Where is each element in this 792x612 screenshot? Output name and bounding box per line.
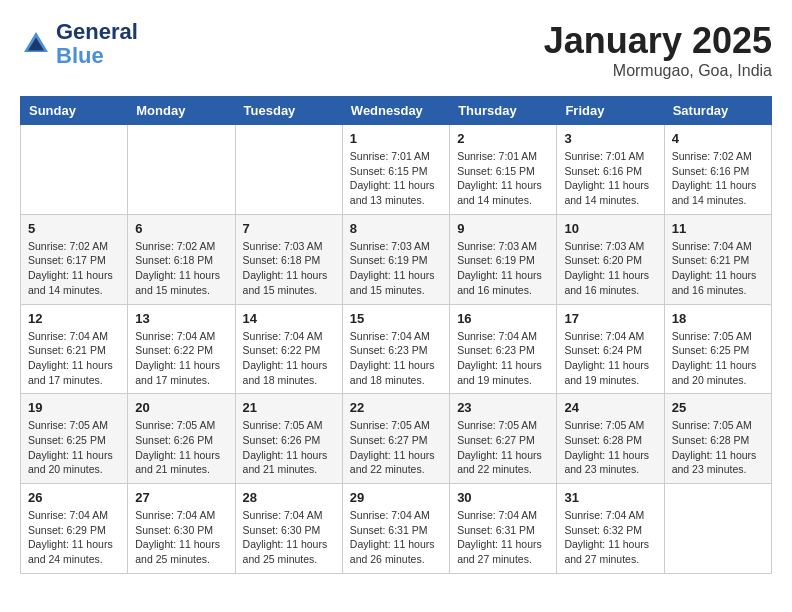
day-number: 31 [564,490,656,505]
day-number: 2 [457,131,549,146]
day-info: Sunrise: 7:03 AM Sunset: 6:19 PM Dayligh… [457,239,549,298]
day-info: Sunrise: 7:03 AM Sunset: 6:20 PM Dayligh… [564,239,656,298]
calendar-cell: 14Sunrise: 7:04 AM Sunset: 6:22 PM Dayli… [235,304,342,394]
calendar-cell: 6Sunrise: 7:02 AM Sunset: 6:18 PM Daylig… [128,214,235,304]
day-number: 10 [564,221,656,236]
calendar-cell: 26Sunrise: 7:04 AM Sunset: 6:29 PM Dayli… [21,484,128,574]
calendar-cell: 13Sunrise: 7:04 AM Sunset: 6:22 PM Dayli… [128,304,235,394]
calendar-cell: 27Sunrise: 7:04 AM Sunset: 6:30 PM Dayli… [128,484,235,574]
day-number: 23 [457,400,549,415]
day-info: Sunrise: 7:04 AM Sunset: 6:22 PM Dayligh… [243,329,335,388]
calendar-cell: 28Sunrise: 7:04 AM Sunset: 6:30 PM Dayli… [235,484,342,574]
calendar-cell: 3Sunrise: 7:01 AM Sunset: 6:16 PM Daylig… [557,125,664,215]
day-number: 6 [135,221,227,236]
day-info: Sunrise: 7:02 AM Sunset: 6:18 PM Dayligh… [135,239,227,298]
day-info: Sunrise: 7:05 AM Sunset: 6:26 PM Dayligh… [243,418,335,477]
day-info: Sunrise: 7:03 AM Sunset: 6:18 PM Dayligh… [243,239,335,298]
page-header: General Blue January 2025 Mormugao, Goa,… [20,20,772,80]
day-info: Sunrise: 7:04 AM Sunset: 6:30 PM Dayligh… [243,508,335,567]
calendar-cell: 4Sunrise: 7:02 AM Sunset: 6:16 PM Daylig… [664,125,771,215]
calendar-cell: 31Sunrise: 7:04 AM Sunset: 6:32 PM Dayli… [557,484,664,574]
day-info: Sunrise: 7:02 AM Sunset: 6:17 PM Dayligh… [28,239,120,298]
day-info: Sunrise: 7:04 AM Sunset: 6:29 PM Dayligh… [28,508,120,567]
day-number: 16 [457,311,549,326]
week-row-5: 26Sunrise: 7:04 AM Sunset: 6:29 PM Dayli… [21,484,772,574]
day-number: 14 [243,311,335,326]
day-number: 29 [350,490,442,505]
day-info: Sunrise: 7:05 AM Sunset: 6:28 PM Dayligh… [672,418,764,477]
day-number: 25 [672,400,764,415]
day-number: 13 [135,311,227,326]
day-number: 8 [350,221,442,236]
weekday-header-tuesday: Tuesday [235,97,342,125]
calendar-cell: 2Sunrise: 7:01 AM Sunset: 6:15 PM Daylig… [450,125,557,215]
day-info: Sunrise: 7:05 AM Sunset: 6:27 PM Dayligh… [457,418,549,477]
day-number: 24 [564,400,656,415]
day-info: Sunrise: 7:04 AM Sunset: 6:22 PM Dayligh… [135,329,227,388]
day-number: 27 [135,490,227,505]
week-row-2: 5Sunrise: 7:02 AM Sunset: 6:17 PM Daylig… [21,214,772,304]
day-number: 15 [350,311,442,326]
day-number: 5 [28,221,120,236]
logo: General Blue [20,20,138,68]
day-info: Sunrise: 7:04 AM Sunset: 6:32 PM Dayligh… [564,508,656,567]
calendar-cell [21,125,128,215]
calendar-cell: 1Sunrise: 7:01 AM Sunset: 6:15 PM Daylig… [342,125,449,215]
day-number: 9 [457,221,549,236]
calendar-cell: 24Sunrise: 7:05 AM Sunset: 6:28 PM Dayli… [557,394,664,484]
day-info: Sunrise: 7:04 AM Sunset: 6:23 PM Dayligh… [350,329,442,388]
calendar-cell: 5Sunrise: 7:02 AM Sunset: 6:17 PM Daylig… [21,214,128,304]
week-row-1: 1Sunrise: 7:01 AM Sunset: 6:15 PM Daylig… [21,125,772,215]
calendar-cell: 9Sunrise: 7:03 AM Sunset: 6:19 PM Daylig… [450,214,557,304]
calendar-cell: 16Sunrise: 7:04 AM Sunset: 6:23 PM Dayli… [450,304,557,394]
calendar-cell [128,125,235,215]
day-info: Sunrise: 7:04 AM Sunset: 6:21 PM Dayligh… [672,239,764,298]
month-title: January 2025 [544,20,772,62]
day-number: 3 [564,131,656,146]
week-row-4: 19Sunrise: 7:05 AM Sunset: 6:25 PM Dayli… [21,394,772,484]
day-info: Sunrise: 7:01 AM Sunset: 6:15 PM Dayligh… [457,149,549,208]
calendar-cell: 15Sunrise: 7:04 AM Sunset: 6:23 PM Dayli… [342,304,449,394]
calendar-cell: 29Sunrise: 7:04 AM Sunset: 6:31 PM Dayli… [342,484,449,574]
day-info: Sunrise: 7:04 AM Sunset: 6:24 PM Dayligh… [564,329,656,388]
day-number: 11 [672,221,764,236]
day-info: Sunrise: 7:01 AM Sunset: 6:16 PM Dayligh… [564,149,656,208]
day-number: 12 [28,311,120,326]
day-number: 22 [350,400,442,415]
day-info: Sunrise: 7:04 AM Sunset: 6:23 PM Dayligh… [457,329,549,388]
day-number: 30 [457,490,549,505]
location: Mormugao, Goa, India [544,62,772,80]
logo-icon [20,28,52,60]
weekday-header-monday: Monday [128,97,235,125]
calendar-cell: 30Sunrise: 7:04 AM Sunset: 6:31 PM Dayli… [450,484,557,574]
day-number: 28 [243,490,335,505]
day-number: 7 [243,221,335,236]
day-number: 20 [135,400,227,415]
calendar-cell: 17Sunrise: 7:04 AM Sunset: 6:24 PM Dayli… [557,304,664,394]
weekday-header-wednesday: Wednesday [342,97,449,125]
day-number: 1 [350,131,442,146]
calendar-cell: 23Sunrise: 7:05 AM Sunset: 6:27 PM Dayli… [450,394,557,484]
day-number: 19 [28,400,120,415]
day-number: 18 [672,311,764,326]
weekday-header-saturday: Saturday [664,97,771,125]
weekday-header-sunday: Sunday [21,97,128,125]
day-info: Sunrise: 7:04 AM Sunset: 6:31 PM Dayligh… [457,508,549,567]
day-info: Sunrise: 7:04 AM Sunset: 6:21 PM Dayligh… [28,329,120,388]
day-info: Sunrise: 7:05 AM Sunset: 6:25 PM Dayligh… [672,329,764,388]
weekday-header-thursday: Thursday [450,97,557,125]
week-row-3: 12Sunrise: 7:04 AM Sunset: 6:21 PM Dayli… [21,304,772,394]
calendar-cell: 8Sunrise: 7:03 AM Sunset: 6:19 PM Daylig… [342,214,449,304]
day-info: Sunrise: 7:04 AM Sunset: 6:31 PM Dayligh… [350,508,442,567]
day-info: Sunrise: 7:05 AM Sunset: 6:28 PM Dayligh… [564,418,656,477]
title-block: January 2025 Mormugao, Goa, India [544,20,772,80]
day-info: Sunrise: 7:05 AM Sunset: 6:25 PM Dayligh… [28,418,120,477]
calendar-cell: 20Sunrise: 7:05 AM Sunset: 6:26 PM Dayli… [128,394,235,484]
calendar-cell: 10Sunrise: 7:03 AM Sunset: 6:20 PM Dayli… [557,214,664,304]
calendar-cell: 7Sunrise: 7:03 AM Sunset: 6:18 PM Daylig… [235,214,342,304]
calendar-cell [664,484,771,574]
day-info: Sunrise: 7:05 AM Sunset: 6:26 PM Dayligh… [135,418,227,477]
calendar: SundayMondayTuesdayWednesdayThursdayFrid… [20,96,772,574]
weekday-header-friday: Friday [557,97,664,125]
calendar-cell: 19Sunrise: 7:05 AM Sunset: 6:25 PM Dayli… [21,394,128,484]
